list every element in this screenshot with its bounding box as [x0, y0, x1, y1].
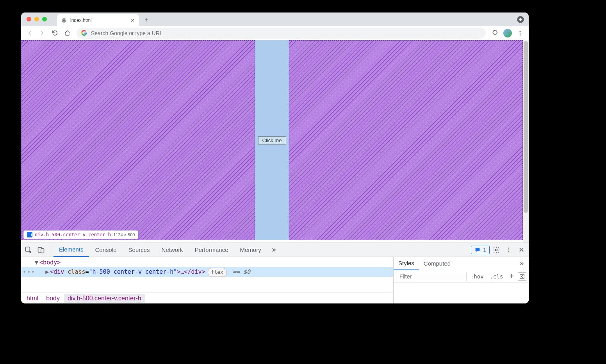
svg-point-9: [508, 249, 510, 250]
tab-computed[interactable]: Computed: [419, 257, 455, 270]
more-tabs-button[interactable]: [267, 244, 279, 256]
browser-window: index.html ✕ +: [21, 12, 529, 303]
hov-toggle[interactable]: :hov: [468, 273, 486, 280]
tab-strip: index.html ✕ +: [57, 12, 152, 26]
tooltip-selector: div.h-500.center-v.center-h: [35, 232, 111, 237]
tooltip-dimensions: 1124 × 500: [113, 232, 135, 237]
tab-network[interactable]: Network: [156, 243, 189, 257]
inspect-element-button[interactable]: [23, 244, 34, 256]
devtools-body: ▼<body> ••• ▶<div class="h-500 center-v …: [21, 257, 529, 303]
minimize-window-button[interactable]: [34, 17, 39, 21]
styles-toolbar: :hov .cls +: [394, 270, 529, 283]
inspect-tooltip: div.h-500.center-v.center-h 1124 × 500: [23, 230, 138, 239]
browser-tab[interactable]: index.html ✕: [57, 14, 139, 26]
home-button[interactable]: [62, 28, 73, 39]
scrollbar-thumb[interactable]: [524, 41, 528, 213]
page-content: Click me div.h-500.center-v.center-h 112…: [21, 40, 523, 240]
svg-point-8: [508, 248, 510, 249]
page-viewport: Click me div.h-500.center-v.center-h 112…: [21, 40, 529, 243]
svg-rect-6: [41, 248, 44, 253]
back-button[interactable]: [24, 28, 35, 39]
dollar-zero-indicator: == $0: [229, 268, 250, 275]
extensions-button[interactable]: [490, 28, 501, 39]
highlight-margin-right: [289, 40, 523, 240]
tab-styles[interactable]: Styles: [394, 257, 419, 270]
inspect-overlay: Click me div.h-500.center-v.center-h 112…: [21, 40, 523, 240]
flex-badge[interactable]: flex: [208, 268, 227, 277]
tab-memory[interactable]: Memory: [235, 243, 267, 257]
new-style-rule-button[interactable]: +: [507, 272, 516, 281]
dom-breadcrumbs: html body div.h-500.center-v.center-h: [21, 293, 393, 303]
devtools-tabbar: Elements Console Sources Network Perform…: [21, 243, 529, 257]
new-tab-button[interactable]: +: [141, 14, 152, 25]
devtools-menu-button[interactable]: [503, 244, 515, 256]
reload-button[interactable]: [49, 28, 60, 39]
computed-styles-sidebar-button[interactable]: [518, 272, 526, 281]
devtools-panel: Elements Console Sources Network Perform…: [21, 243, 529, 303]
svg-point-3: [520, 34, 521, 36]
svg-point-10: [508, 251, 510, 252]
tab-sources[interactable]: Sources: [123, 243, 155, 257]
toolbar: [21, 26, 529, 40]
close-window-button[interactable]: [27, 17, 31, 21]
omnibox-input[interactable]: [91, 30, 481, 36]
chrome-menu-button[interactable]: [515, 28, 526, 39]
styles-filter-input[interactable]: [396, 272, 467, 281]
issues-badge[interactable]: 1: [471, 246, 490, 254]
click-me-button[interactable]: Click me: [258, 136, 286, 145]
title-bar: index.html ✕ +: [21, 12, 529, 26]
svg-point-2: [520, 32, 521, 34]
styles-panel: Styles Computed :hov .cls +: [394, 257, 529, 303]
styles-more-tabs[interactable]: [515, 261, 529, 267]
cls-toggle[interactable]: .cls: [488, 273, 506, 280]
forward-button[interactable]: [37, 28, 48, 39]
highlight-margin-left: [21, 40, 255, 240]
tab-console[interactable]: Console: [90, 243, 122, 257]
tab-title: index.html: [70, 18, 127, 23]
svg-rect-11: [520, 274, 524, 278]
tab-elements[interactable]: Elements: [53, 243, 89, 257]
crumb-div[interactable]: div.h-500.center-v.center-h: [64, 294, 145, 303]
crumb-html[interactable]: html: [23, 294, 42, 303]
divider: [50, 246, 50, 254]
dom-line-body[interactable]: ▼<body>: [21, 258, 393, 267]
tab-close-button[interactable]: ✕: [130, 17, 135, 23]
dom-tree[interactable]: ▼<body> ••• ▶<div class="h-500 center-v …: [21, 257, 393, 293]
google-icon: [81, 30, 87, 36]
devtools-close-button[interactable]: ✕: [515, 244, 527, 256]
tab-performance[interactable]: Performance: [189, 243, 234, 257]
svg-point-7: [495, 249, 497, 251]
page-icon: [61, 17, 67, 23]
address-bar[interactable]: [77, 28, 486, 39]
device-toolbar-button[interactable]: [35, 244, 47, 256]
dom-line-div-selected[interactable]: ••• ▶<div class="h-500 center-v center-h…: [21, 267, 393, 277]
issues-count: 1: [483, 247, 486, 253]
search-tabs-button[interactable]: [517, 16, 524, 23]
flex-badge-icon: [27, 232, 32, 237]
svg-point-1: [520, 31, 521, 32]
window-controls: [27, 17, 47, 21]
profile-avatar[interactable]: [502, 28, 513, 39]
styles-tabs: Styles Computed: [394, 257, 529, 270]
maximize-window-button[interactable]: [42, 17, 47, 21]
elements-panel: ▼<body> ••• ▶<div class="h-500 center-v …: [21, 257, 394, 303]
crumb-body[interactable]: body: [42, 294, 64, 303]
devtools-settings-button[interactable]: [490, 244, 502, 256]
vertical-scrollbar[interactable]: [523, 40, 529, 243]
